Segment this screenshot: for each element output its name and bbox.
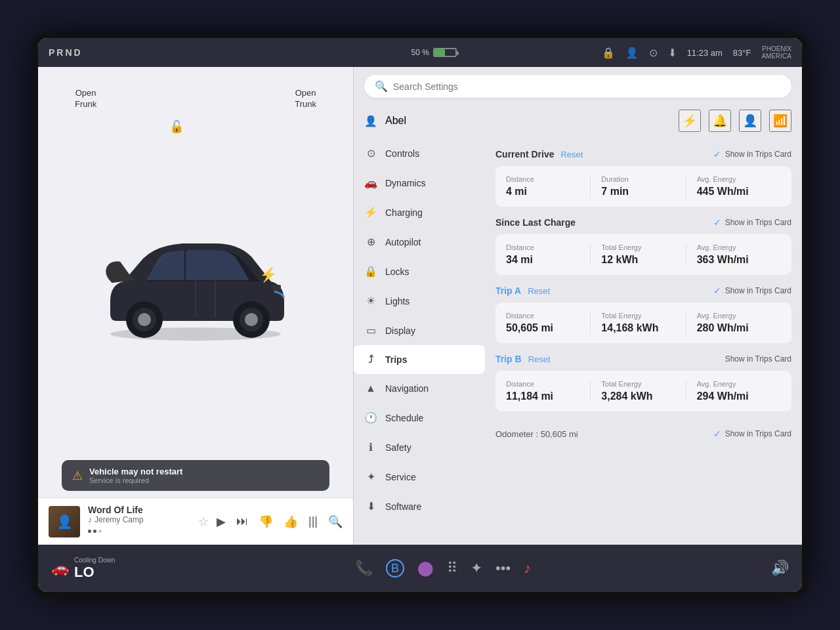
since-distance-value: 34 mi xyxy=(506,254,590,266)
provider-logo: PHOENIXAMERICA xyxy=(761,45,791,60)
trip-a-section: Trip A Reset ✓ Show in Trips Card Distan… xyxy=(495,285,791,343)
car-container: ⚡ xyxy=(49,96,343,453)
grid-icon[interactable]: ⠿ xyxy=(447,560,457,577)
current-distance-value: 4 mi xyxy=(506,186,590,198)
search-bar-container: 🔍 xyxy=(354,67,802,106)
since-energy-avg-label: Avg. Energy xyxy=(697,243,781,251)
checkmark-trip-a: ✓ xyxy=(713,285,721,296)
current-drive-header: Current Drive Reset ✓ Show in Trips Card xyxy=(495,149,791,159)
artist-name: Jeremy Camp xyxy=(94,515,144,524)
trip-b-reset[interactable]: Reset xyxy=(528,354,551,364)
warning-text: Vehicle may not restart Service is requi… xyxy=(89,467,182,484)
profile-icon-3[interactable]: 👤 xyxy=(739,110,761,132)
trip-b-distance: Distance 11,184 mi xyxy=(506,380,590,402)
warning-subtitle: Service is required xyxy=(89,476,182,484)
time-display: 11:23 am xyxy=(687,48,723,58)
since-energy-total: Total Energy 12 kWh xyxy=(590,243,685,266)
current-energy: Avg. Energy 445 Wh/mi xyxy=(686,175,781,198)
trip-a-energy-total-value: 14,168 kWh xyxy=(601,322,685,334)
schedule-icon: 🕐 xyxy=(364,411,377,424)
since-last-charge-section: Since Last Charge ✓ Show in Trips Card D… xyxy=(495,217,791,275)
camera-icon[interactable]: ⬤ xyxy=(417,560,434,577)
nav-label-locks: Locks xyxy=(385,266,410,277)
favorite-button[interactable]: ☆ xyxy=(198,514,209,529)
profile-icon: 👤 xyxy=(364,115,377,127)
battery-percent: 50 % xyxy=(411,48,429,57)
nav-item-dynamics[interactable]: 🚗 Dynamics xyxy=(354,168,485,198)
lights-icon: ☀ xyxy=(364,295,377,307)
nav-item-safety[interactable]: ℹ Safety xyxy=(354,432,485,462)
nav-item-lights[interactable]: ☀ Lights xyxy=(354,286,485,316)
status-bar: PRND 50 % 🔒 👤 ⊙ ⬇ 11:23 am 83°F PHOENIXA… xyxy=(38,38,802,67)
thumbs-down-button[interactable]: 👎 xyxy=(259,514,273,529)
trip-a-energy-avg-label: Avg. Energy xyxy=(697,312,781,320)
music-taskbar-icon[interactable]: ♪ xyxy=(524,560,531,577)
search-input-wrap[interactable]: 🔍 xyxy=(364,75,791,98)
trip-b-distance-value: 11,184 mi xyxy=(506,390,590,402)
trip-b-energy-total: Total Energy 3,284 kWh xyxy=(590,380,685,402)
safety-icon: ℹ xyxy=(364,441,377,453)
song-artist: ♪ Jeremy Camp xyxy=(88,515,190,524)
thumbs-up-button[interactable]: 👍 xyxy=(284,514,298,529)
nav-item-schedule[interactable]: 🕐 Schedule xyxy=(354,403,485,432)
nav-label-service: Service xyxy=(385,472,416,482)
since-last-charge-stats: Distance 34 mi Total Energy 12 kWh Avg. … xyxy=(495,234,791,275)
svg-point-6 xyxy=(138,313,151,326)
status-right: 🔒 👤 ⊙ ⬇ 11:23 am 83°F PHOENIXAMERICA xyxy=(602,45,791,60)
profile-icon-2[interactable]: 🔔 xyxy=(709,110,731,132)
volume-icon[interactable]: 🔊 xyxy=(771,560,789,576)
nav-item-service[interactable]: ✦ Service xyxy=(354,462,485,492)
temp-lo-display: LO xyxy=(74,564,115,581)
music-dot-2 xyxy=(93,530,96,533)
trip-b-energy-total-value: 3,284 kWh xyxy=(601,390,685,402)
bluetooth-icon[interactable]: B xyxy=(386,559,404,578)
dynamics-icon: 🚗 xyxy=(364,177,377,189)
show-trips-text-current: Show in Trips Card xyxy=(725,150,791,159)
next-button[interactable]: ⏭ xyxy=(236,514,248,528)
music-dot-3 xyxy=(98,530,102,533)
nav-item-autopilot[interactable]: ⊕ Autopilot xyxy=(354,227,485,257)
show-trips-text-trip-b: Show in Trips Card xyxy=(725,354,791,364)
nav-item-software[interactable]: ⬇ Software xyxy=(354,492,485,521)
nav-item-navigation[interactable]: ▲ Navigation xyxy=(354,374,485,403)
current-drive-title: Current Drive xyxy=(495,149,554,159)
nav-item-charging[interactable]: ⚡ Charging xyxy=(354,198,485,227)
current-energy-value: 445 Wh/mi xyxy=(697,186,781,198)
search-input[interactable] xyxy=(393,81,781,92)
car-taskbar-icon[interactable]: 🚗 xyxy=(51,560,69,577)
navigation-icon: ▲ xyxy=(364,383,377,394)
profile-icon-1[interactable]: ⚡ xyxy=(679,110,701,132)
nav-label-charging: Charging xyxy=(385,207,423,218)
nav-label-schedule: Schedule xyxy=(385,413,423,423)
nav-label-safety: Safety xyxy=(385,442,411,453)
service-icon: ✦ xyxy=(364,471,377,483)
fan-icon[interactable]: ✦ xyxy=(471,560,482,577)
trip-b-title: Trip B xyxy=(495,354,522,364)
more-icon[interactable]: ••• xyxy=(495,560,511,577)
software-icon: ⬇ xyxy=(364,500,377,513)
trip-b-show-trips: Show in Trips Card xyxy=(725,354,791,364)
current-distance: Distance 4 mi xyxy=(506,175,590,198)
autopilot-icon: ⊕ xyxy=(364,236,377,248)
current-drive-reset[interactable]: Reset xyxy=(560,150,583,159)
nav-label-dynamics: Dynamics xyxy=(385,178,425,188)
phone-icon[interactable]: 📞 xyxy=(355,560,373,577)
search-music-button[interactable]: 🔍 xyxy=(328,514,343,529)
profile-icon-4[interactable]: 📶 xyxy=(769,110,791,132)
nav-label-controls: Controls xyxy=(385,148,419,159)
nav-label-navigation: Navigation xyxy=(385,383,429,394)
nav-item-display[interactable]: ▭ Display xyxy=(354,316,485,345)
equalizer-button[interactable]: ||| xyxy=(308,514,318,528)
trip-a-reset[interactable]: Reset xyxy=(528,286,550,296)
download-icon: ⬇ xyxy=(668,47,677,59)
trip-a-energy-total-label: Total Energy xyxy=(601,312,685,320)
battery-status: 50 % xyxy=(411,48,456,57)
controls-icon: ⊙ xyxy=(364,147,377,159)
nav-item-locks[interactable]: 🔒 Locks xyxy=(354,257,485,286)
settings-nav: ⊙ Controls 🚗 Dynamics ⚡ Charging ⊕ xyxy=(354,138,485,545)
nav-item-trips[interactable]: ⤴ Trips xyxy=(354,345,485,374)
play-button[interactable]: ▶ xyxy=(217,514,226,529)
nav-item-controls[interactable]: ⊙ Controls xyxy=(354,138,485,168)
current-drive-stats: Distance 4 mi Duration 7 min Avg. Energy… xyxy=(495,166,791,207)
taskbar-center: 📞 B ⬤ ⠿ ✦ ••• ♪ xyxy=(355,559,531,578)
